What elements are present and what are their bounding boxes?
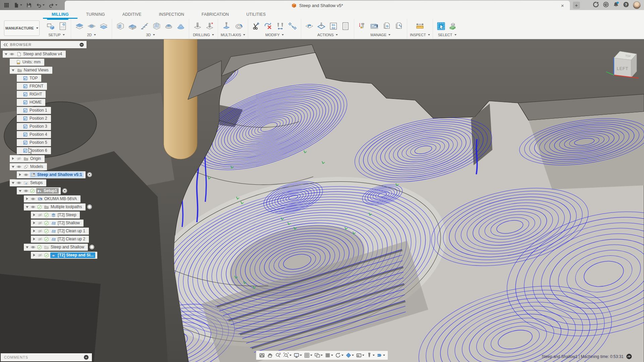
expand-arrow[interactable] [33, 222, 35, 224]
visibility-eye-icon[interactable] [16, 164, 21, 169]
redo-icon[interactable] [48, 1, 58, 9]
browser-row[interactable]: Steep and Shallow v4 [1, 50, 87, 58]
tab-fabrication[interactable]: FABRICATION [193, 10, 237, 19]
orbit-icon[interactable] [334, 351, 344, 359]
browser-row[interactable]: Setups [1, 179, 87, 187]
browser-row[interactable]: OKUMA MB-56VA [1, 195, 87, 203]
simulate-icon[interactable] [304, 20, 315, 32]
expand-arrow[interactable] [33, 238, 35, 240]
browser-row[interactable]: Models [1, 163, 87, 171]
expand-arrow[interactable] [12, 69, 14, 71]
visibility-eye-icon[interactable] [38, 229, 43, 234]
expand-arrow[interactable] [33, 230, 35, 232]
tool-display-icon[interactable] [365, 351, 376, 359]
template-library-icon[interactable] [393, 20, 404, 32]
rotary-icon[interactable] [233, 20, 245, 32]
browser-row[interactable]: [T2] Clean up 1 [1, 227, 87, 235]
browser-row[interactable]: [T2] Clean up 2 [1, 235, 87, 243]
expand-arrow[interactable] [26, 197, 28, 200]
holder-display-icon[interactable] [376, 351, 386, 359]
contour2d-icon[interactable] [98, 20, 109, 32]
expand-arrow[interactable] [19, 173, 21, 176]
expand-arrow[interactable] [5, 53, 7, 55]
browser-row[interactable]: Setup1 [1, 187, 87, 195]
active-target-radio[interactable] [62, 188, 67, 193]
browser-row[interactable]: FRONT [1, 82, 87, 90]
tab-utilities[interactable]: UTILITIES [237, 10, 274, 19]
expand-arrow[interactable] [26, 246, 29, 248]
collapse-panel-icon[interactable] [3, 43, 8, 47]
add-comment-icon[interactable]: + [84, 355, 89, 360]
help-icon[interactable]: ? [623, 1, 629, 9]
trim-icon[interactable] [251, 20, 262, 32]
visibility-eye-icon[interactable] [9, 52, 14, 57]
tab-milling[interactable]: MILLING [43, 10, 77, 19]
browser-row[interactable]: Steep and Shallow [1, 243, 87, 251]
morph3d-icon[interactable] [151, 20, 162, 32]
display-settings-icon[interactable] [292, 351, 303, 359]
expand-arrow[interactable] [12, 182, 14, 184]
browser-row[interactable]: Position 6 [1, 146, 87, 155]
viewcube[interactable]: TOP LEFT [605, 47, 641, 82]
setup-box-icon[interactable] [45, 20, 56, 32]
comments-bar[interactable]: COMMENTS + [1, 353, 92, 361]
browser-row[interactable]: Position 4 [1, 130, 87, 138]
visibility-eye-icon[interactable] [31, 204, 36, 209]
group-label[interactable]: SELECT [438, 33, 457, 37]
user-avatar[interactable] [633, 1, 641, 9]
expand-arrow[interactable] [12, 157, 14, 160]
adaptive3d-icon[interactable] [115, 20, 126, 32]
tab-inspection[interactable]: INSPECTION [150, 10, 193, 19]
new-tab-button[interactable]: + [573, 2, 580, 9]
nc-program-icon[interactable]: G [57, 20, 68, 32]
browser-header[interactable]: BROWSER [1, 41, 87, 48]
notifications-bell-icon[interactable] [613, 1, 619, 9]
position-icon[interactable] [258, 351, 266, 359]
drill-icon[interactable] [192, 20, 203, 32]
visibility-eye-icon[interactable] [23, 172, 29, 177]
expand-arrow[interactable] [26, 206, 29, 208]
pocket3d-icon[interactable] [127, 20, 138, 32]
stock-display-icon[interactable] [355, 351, 365, 359]
group-label[interactable]: MANAGE [371, 33, 391, 37]
tab-additive[interactable]: ADDITIVE [114, 10, 150, 19]
select-window-icon[interactable] [448, 20, 459, 32]
expand-arrow[interactable] [33, 214, 35, 216]
group-label[interactable]: MODIFY [265, 33, 284, 37]
browser-row[interactable]: Multiple toolpaths [1, 203, 87, 211]
expand-arrow[interactable] [19, 190, 21, 192]
browser-row[interactable]: HOME [1, 98, 87, 106]
setup-sheet-icon[interactable] [340, 20, 351, 32]
browser-row[interactable]: Origin [1, 155, 87, 163]
dome3d-icon[interactable] [163, 20, 174, 32]
zoom-icon[interactable] [274, 351, 282, 359]
tool-library-icon[interactable] [357, 20, 368, 32]
document-tab[interactable]: Steep and Shallow v5* × [65, 1, 570, 10]
steps3d-icon[interactable] [139, 20, 150, 32]
undo-icon[interactable] [35, 1, 46, 9]
browser-row[interactable]: Steep and Shallow v5:1 [1, 171, 87, 179]
visibility-eye-icon[interactable] [31, 196, 36, 201]
group-label[interactable]: INSPECT [410, 33, 430, 37]
g1g2-icon[interactable]: G1G2 [328, 20, 339, 32]
job-status-icon[interactable] [626, 354, 632, 359]
toolpath-display-icon[interactable] [324, 351, 334, 359]
status-circle[interactable] [90, 245, 94, 249]
face2d-icon[interactable] [74, 20, 85, 32]
pocket2d-icon[interactable] [86, 20, 97, 32]
spiral3d-icon[interactable] [175, 20, 186, 32]
browser-row[interactable]: RIGHT [1, 90, 87, 98]
group-label[interactable]: MULTI-AXIS [221, 33, 245, 37]
browser-row[interactable]: Position 5 [1, 138, 87, 146]
browser-row[interactable]: Units: mm [1, 58, 87, 66]
app-grid-icon[interactable] [3, 1, 10, 9]
post-process-icon[interactable] [316, 20, 327, 32]
edit-points-icon[interactable] [287, 20, 298, 32]
save-icon[interactable] [25, 1, 33, 9]
visibility-eye-icon[interactable] [38, 237, 43, 242]
browser-row[interactable]: Named Views [1, 66, 87, 74]
isolate-icon[interactable] [344, 351, 355, 359]
visibility-eye-icon[interactable] [38, 221, 43, 226]
group-label[interactable]: DRILLING [193, 33, 214, 37]
tab-turning[interactable]: TURNING [77, 10, 114, 19]
